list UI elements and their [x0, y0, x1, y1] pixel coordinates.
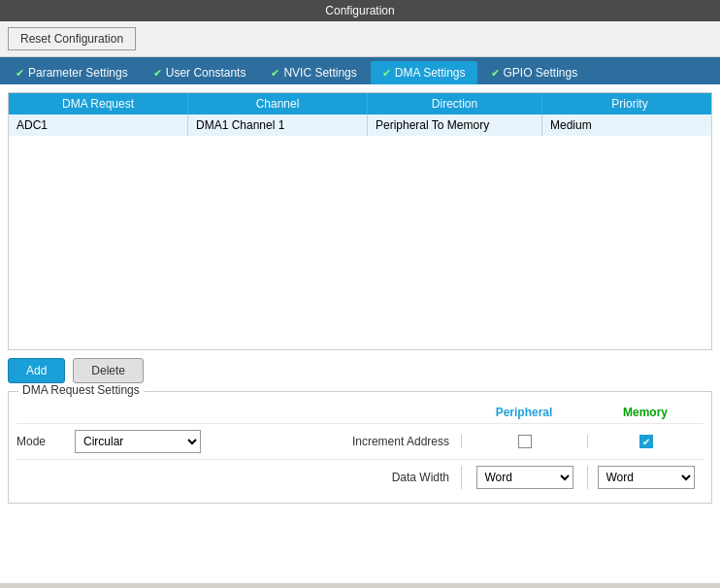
increment-address-label: Increment Address: [325, 435, 461, 448]
reset-configuration-button[interactable]: Reset Configuration: [8, 27, 136, 50]
col-channel: Channel: [188, 93, 368, 114]
memory-increment-col: ✔: [587, 435, 704, 448]
settings-legend: DMA Request Settings: [18, 383, 144, 397]
dma-request-settings: DMA Request Settings Peripheral Memory M…: [8, 391, 712, 504]
toolbar: Reset Configuration: [0, 21, 720, 57]
tab-check-icon: ✔: [153, 67, 162, 80]
title-bar: Configuration: [0, 0, 720, 21]
tab-label: NVIC Settings: [283, 66, 356, 80]
mode-row: Mode Circular Normal Increment Address ✔: [16, 423, 704, 453]
tab-check-icon: ✔: [271, 67, 279, 80]
table-empty-area: [9, 136, 711, 349]
mode-label: Mode: [16, 435, 75, 448]
col-direction: Direction: [368, 93, 542, 114]
col-label-memory: Memory: [587, 406, 704, 419]
tab-user-constants[interactable]: ✔ User Constants: [142, 61, 258, 84]
memory-data-width-col: Word Half Word Byte: [587, 466, 704, 489]
cell-priority: Medium: [542, 114, 717, 136]
tab-label: User Constants: [166, 66, 246, 80]
settings-inner: Peripheral Memory Mode Circular Normal I…: [16, 406, 704, 489]
peripheral-increment-checkbox[interactable]: [518, 435, 532, 448]
tab-check-icon: ✔: [382, 67, 391, 80]
data-width-label: Data Width: [325, 471, 461, 484]
tab-parameter-settings[interactable]: ✔ Parameter Settings: [4, 61, 140, 84]
main-content: DMA Request Channel Direction Priority A…: [0, 84, 720, 583]
tab-label: DMA Settings: [395, 66, 466, 80]
tab-check-icon: ✔: [16, 67, 24, 80]
col-priority: Priority: [542, 93, 717, 114]
tab-label: GPIO Settings: [504, 66, 578, 80]
settings-col-headers: Peripheral Memory: [16, 406, 704, 419]
tab-check-icon: ✔: [491, 67, 500, 80]
cell-channel: DMA1 Channel 1: [188, 114, 368, 136]
peripheral-data-width-select[interactable]: Word Half Word Byte: [476, 466, 573, 489]
data-width-row: Data Width Word Half Word Byte Word Half…: [16, 459, 704, 489]
col-dma-request: DMA Request: [9, 93, 188, 114]
dma-table: DMA Request Channel Direction Priority A…: [8, 92, 712, 350]
memory-increment-checkbox[interactable]: ✔: [639, 435, 653, 448]
peripheral-increment-col: [461, 435, 587, 448]
add-button[interactable]: Add: [8, 358, 65, 383]
peripheral-data-width-col: Word Half Word Byte: [461, 466, 587, 489]
cell-dma-request: ADC1: [9, 114, 188, 136]
table-header: DMA Request Channel Direction Priority: [9, 93, 711, 114]
tab-label: Parameter Settings: [28, 66, 128, 80]
action-buttons: Add Delete: [8, 358, 712, 383]
tab-dma-settings[interactable]: ✔ DMA Settings: [371, 61, 477, 84]
window-title: Configuration: [325, 4, 394, 17]
tab-nvic-settings[interactable]: ✔ NVIC Settings: [259, 61, 368, 84]
cell-direction: Peripheral To Memory: [368, 114, 542, 136]
table-row[interactable]: ADC1 DMA1 Channel 1 Peripheral To Memory…: [9, 114, 711, 136]
delete-button[interactable]: Delete: [73, 358, 144, 383]
tabs-bar: ✔ Parameter Settings ✔ User Constants ✔ …: [0, 57, 720, 84]
tab-gpio-settings[interactable]: ✔ GPIO Settings: [479, 61, 590, 84]
memory-data-width-select[interactable]: Word Half Word Byte: [598, 466, 695, 489]
mode-select[interactable]: Circular Normal: [75, 430, 201, 453]
col-label-peripheral: Peripheral: [461, 406, 587, 419]
